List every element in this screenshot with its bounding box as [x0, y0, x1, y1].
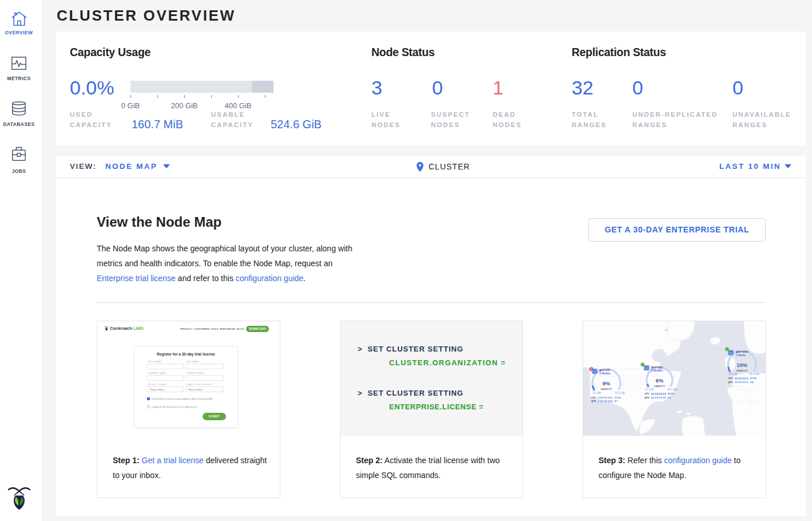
- svg-text:CAPACITY: CAPACITY: [600, 388, 612, 390]
- svg-text:10%: 10%: [736, 362, 748, 368]
- svg-text:6%: 6%: [656, 377, 664, 384]
- svg-text:CAPACITY: CAPACITY: [736, 370, 748, 372]
- svg-text:CAPACITY: CAPACITY: [653, 385, 666, 388]
- svg-text:9%: 9%: [603, 380, 611, 386]
